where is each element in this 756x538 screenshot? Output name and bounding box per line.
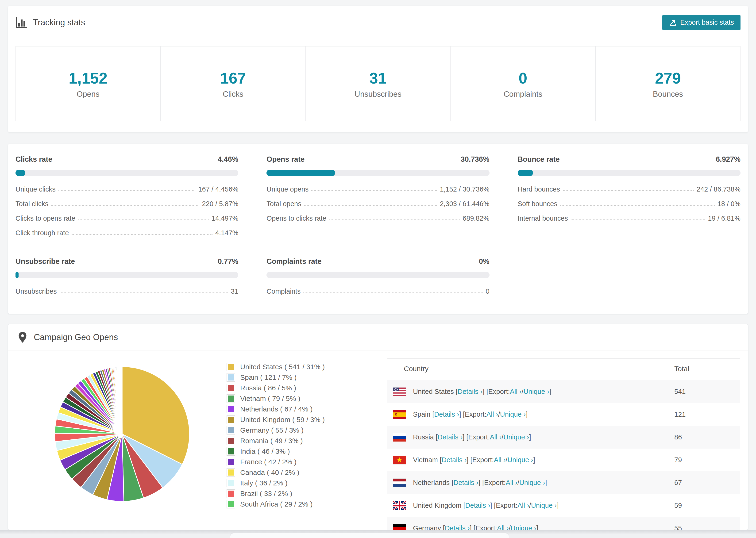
metric-row: Soft bounces18 / 0% xyxy=(518,200,740,208)
legend-label: Germany ( 55 / 3% ) xyxy=(240,426,303,434)
clicks-rate-value: 4.46% xyxy=(218,155,238,164)
metric-label: Unsubscribes xyxy=(16,288,57,295)
legend-item-india[interactable]: India ( 46 / 3% ) xyxy=(227,447,367,456)
export-all-link-germany[interactable]: All › xyxy=(497,524,509,530)
unsubscribes-label: Unsubscribes xyxy=(306,90,450,99)
export-unique-link-spain[interactable]: Unique › xyxy=(500,410,526,418)
legend-swatch xyxy=(227,384,235,392)
bounces-label: Bounces xyxy=(596,90,740,99)
legend-label: Brazil ( 33 / 2% ) xyxy=(240,490,292,498)
details-link-spain[interactable]: Details › xyxy=(434,410,459,418)
dotted-leader xyxy=(78,219,209,220)
ru-flag-icon xyxy=(393,433,406,442)
export-unique-link-vietnam[interactable]: Unique › xyxy=(507,456,533,464)
unsubscribe-rate-value: 0.77% xyxy=(218,257,238,266)
legend-item-brazil[interactable]: Brazil ( 33 / 2% ) xyxy=(227,489,367,498)
dotted-leader xyxy=(58,190,195,191)
total-cell: 86 xyxy=(674,433,740,441)
total-cell: 67 xyxy=(674,479,740,487)
details-link-netherlands[interactable]: Details › xyxy=(454,479,478,487)
complaints-rate-value: 0% xyxy=(479,257,490,266)
legend-item-spain[interactable]: Spain ( 121 / 7% ) xyxy=(227,373,367,382)
es-flag-icon xyxy=(393,410,406,419)
export-unique-link-russia[interactable]: Unique › xyxy=(503,433,529,441)
table-row-vietnam: Vietnam [Details ›] [Export: All › / Uni… xyxy=(387,449,740,471)
export-all-link-united-kingdom[interactable]: All › xyxy=(517,502,529,510)
details-link-germany[interactable]: Details › xyxy=(445,524,469,530)
legend-swatch xyxy=(227,426,235,435)
metric-row: Unsubscribes31 xyxy=(16,288,238,295)
metric-label: Unique opens xyxy=(266,186,308,193)
bounce-rate-progress-fill xyxy=(518,170,533,176)
legend-swatch xyxy=(227,373,235,382)
details-link-united-kingdom[interactable]: Details › xyxy=(465,502,490,510)
legend-label: United Kingdom ( 59 / 3% ) xyxy=(240,416,325,424)
opens-rate-progress-fill xyxy=(266,170,335,176)
metric-row: Internal bounces19 / 6.81% xyxy=(518,215,740,222)
export-all-link-united-states[interactable]: All › xyxy=(510,388,522,396)
geo-opens-header: Campaign Geo Opens xyxy=(8,324,748,350)
legend-item-south-africa[interactable]: South Africa ( 29 / 2% ) xyxy=(227,500,367,509)
clicks-rate-progress-fill xyxy=(16,170,26,176)
export-all-link-spain[interactable]: All › xyxy=(486,410,498,418)
metric-label: Opens to clicks rate xyxy=(266,215,326,222)
pie-slice-other[interactable] xyxy=(122,367,122,434)
unsubscribe-rate-title: Unsubscribe rate xyxy=(16,257,75,266)
legend-item-vietnam[interactable]: Vietnam ( 79 / 5% ) xyxy=(227,394,367,403)
legend-item-united-states[interactable]: United States ( 541 / 31% ) xyxy=(227,363,367,371)
metric-value: 242 / 86.738% xyxy=(697,186,740,193)
details-link-united-states[interactable]: Details › xyxy=(458,388,482,396)
details-link-russia[interactable]: Details › xyxy=(438,433,462,441)
campaign-geo-opens-card: Campaign Geo Opens United States ( 541 /… xyxy=(8,324,748,530)
rate-section-bounce-rate: Bounce rate6.927%Hard bounces242 / 86.73… xyxy=(518,155,740,243)
metric-row: Unique opens1,152 / 30.736% xyxy=(266,186,489,193)
legend-swatch xyxy=(227,437,235,445)
legend-item-germany[interactable]: Germany ( 55 / 3% ) xyxy=(227,426,367,435)
complaints-count: 0 xyxy=(451,71,595,86)
rate-section-unsubscribe-rate: Unsubscribe rate0.77%Unsubscribes31 xyxy=(16,257,238,302)
unsubscribes-count: 31 xyxy=(306,71,450,86)
table-row-spain: Spain [Details ›] [Export: All › / Uniqu… xyxy=(387,403,740,426)
legend-item-canada[interactable]: Canada ( 40 / 2% ) xyxy=(227,468,367,477)
export-all-link-russia[interactable]: All › xyxy=(490,433,502,441)
dotted-leader xyxy=(72,234,212,235)
geo-opens-body: United States ( 541 / 31% )Spain ( 121 /… xyxy=(8,350,748,530)
legend-item-italy[interactable]: Italy ( 36 / 2% ) xyxy=(227,479,367,487)
legend-item-russia[interactable]: Russia ( 86 / 5% ) xyxy=(227,384,367,392)
complaints-rate-title: Complaints rate xyxy=(266,257,321,266)
clicks-label: Clicks xyxy=(161,90,305,99)
legend-label: Italy ( 36 / 2% ) xyxy=(240,479,288,487)
country-cell: United Kingdom [Details ›] [Export: All … xyxy=(387,501,674,510)
geo-pie-chart xyxy=(52,364,192,530)
legend-item-france[interactable]: France ( 42 / 2% ) xyxy=(227,458,367,466)
export-basic-stats-button[interactable]: Export basic stats xyxy=(662,15,740,30)
export-all-link-netherlands[interactable]: All › xyxy=(506,479,517,487)
opens-rate-value: 30.736% xyxy=(460,155,489,164)
country-cell: Vietnam [Details ›] [Export: All › / Uni… xyxy=(387,456,674,464)
metric-row: Complaints0 xyxy=(266,288,489,295)
dotted-leader xyxy=(329,219,460,220)
export-unique-link-united-states[interactable]: Unique › xyxy=(523,388,549,396)
legend-label: Romania ( 49 / 3% ) xyxy=(240,437,303,445)
export-unique-link-netherlands[interactable]: Unique › xyxy=(519,479,545,487)
legend-swatch xyxy=(227,447,235,456)
export-unique-link-germany[interactable]: Unique › xyxy=(511,524,536,530)
export-all-link-vietnam[interactable]: All › xyxy=(494,456,506,464)
dotted-leader xyxy=(560,205,715,206)
legend-item-netherlands[interactable]: Netherlands ( 67 / 4% ) xyxy=(227,405,367,413)
export-unique-link-united-kingdom[interactable]: Unique › xyxy=(531,502,557,510)
legend-swatch xyxy=(227,394,235,403)
legend-swatch xyxy=(227,479,235,487)
bounce-rate-value: 6.927% xyxy=(716,155,740,164)
details-link-vietnam[interactable]: Details › xyxy=(442,456,466,464)
metric-label: Click through rate xyxy=(16,229,69,237)
legend-item-romania[interactable]: Romania ( 49 / 3% ) xyxy=(227,437,367,445)
summary-stats-row: 1,152 Opens 167 Clicks 31 Unsubscribes 0… xyxy=(16,46,740,121)
country-cell: Netherlands [Details ›] [Export: All › /… xyxy=(387,479,674,487)
gb-flag-icon xyxy=(393,501,406,510)
legend-item-united-kingdom[interactable]: United Kingdom ( 59 / 3% ) xyxy=(227,415,367,424)
opens-count: 1,152 xyxy=(16,71,160,86)
clicks-count: 167 xyxy=(161,71,305,86)
stat-clicks: 167 Clicks xyxy=(161,46,305,121)
total-cell: 121 xyxy=(674,410,740,418)
